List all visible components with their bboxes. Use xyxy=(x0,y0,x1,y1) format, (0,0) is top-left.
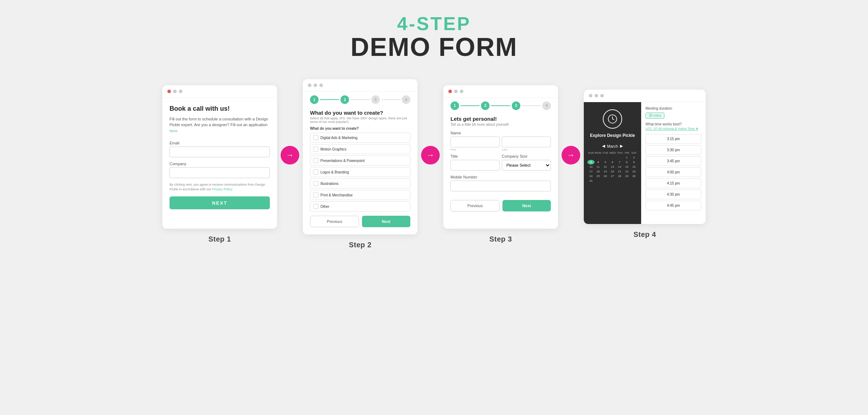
s3-prog2: 2 xyxy=(481,101,490,110)
duration-badge: 30 mins xyxy=(645,113,664,119)
s3-line2 xyxy=(491,105,510,106)
title-line2: DEMO FORM xyxy=(350,33,518,61)
first-name-input[interactable] xyxy=(450,137,500,147)
arrow1[interactable]: → xyxy=(281,146,299,164)
step2-btn-row: Previous Next xyxy=(310,216,410,227)
name-label: Name xyxy=(450,131,551,135)
prog-line3 xyxy=(381,99,400,100)
step1-topbar xyxy=(162,85,277,98)
prog-step1: 1 xyxy=(310,95,319,104)
step2-sub: Select all that apply. (PS. We have 100+… xyxy=(310,116,410,124)
s3-prog3: 3 xyxy=(512,101,520,110)
company-size-label: Company Size xyxy=(502,154,551,158)
arrow3[interactable]: → xyxy=(562,146,580,164)
step1-wrapper: Book a call with us! Fill out the form t… xyxy=(162,85,277,243)
page-header: 4-STEP DEMO FORM xyxy=(350,14,518,61)
s3-line3 xyxy=(522,105,541,106)
dot-gray1 xyxy=(173,90,177,93)
s3-line1 xyxy=(461,105,480,106)
time-slots-list: 3:15 pm3:30 pm3:45 pm4:00 pm4:15 pm4:30 … xyxy=(645,134,701,210)
last-name-input[interactable] xyxy=(502,137,551,147)
step2-progress: 1 2 3 4 xyxy=(303,92,418,104)
step2-card: 1 2 3 4 What do you want to create? Sele… xyxy=(303,79,418,234)
step4-wrapper: Explore Design Pickle ◀ March ▶ SUNMONTU… xyxy=(584,90,706,239)
time-slot-item[interactable]: 3:45 pm xyxy=(645,156,701,166)
option-motion[interactable]: Motion Graphics xyxy=(310,144,410,154)
privacy-link[interactable]: Privacy Policy. xyxy=(212,187,233,191)
privacy-note: By clicking next, you agree to receive c… xyxy=(170,182,270,191)
prog-step2: 2 xyxy=(340,95,349,104)
prog-step4: 4 xyxy=(402,95,410,104)
time-works-label: What time works best? xyxy=(645,122,701,126)
option-logos[interactable]: Logos & Branding xyxy=(310,167,410,177)
time-slot-item[interactable]: 4:45 pm xyxy=(645,201,701,210)
step3-prev-button[interactable]: Previous xyxy=(450,200,500,211)
time-slot-item[interactable]: 3:15 pm xyxy=(645,134,701,144)
option-presentations[interactable]: Presentations & Powerpoint xyxy=(310,156,410,166)
step3-card: 1 2 3 4 Lets get personal! Tell us a lit… xyxy=(443,85,558,229)
option-illustrations[interactable]: Illustrations xyxy=(310,178,410,189)
last-sublabel: Last xyxy=(502,148,551,151)
timezone-link[interactable]: UTC -07:00 Arizona & Yukon Time ▼ xyxy=(645,127,701,130)
step2-topbar xyxy=(303,79,418,92)
option-print[interactable]: Print & Merchandise xyxy=(310,190,410,200)
step3-wrapper: 1 2 3 4 Lets get personal! Tell us a lit… xyxy=(443,85,558,243)
mobile-label: Mobile Number xyxy=(450,175,551,179)
step4-topbar xyxy=(584,90,706,102)
time-slot-item[interactable]: 4:30 pm xyxy=(645,190,701,199)
mini-calendar: SUNMONTUEWEDTHUFRISAT1234567891011121314… xyxy=(587,151,638,183)
mobile-input[interactable] xyxy=(450,181,551,191)
here-link[interactable]: here. xyxy=(170,129,178,133)
step4-brand: Explore Design Pickle xyxy=(590,133,635,138)
s4-dot2 xyxy=(595,94,598,97)
step1-title: Book a call with us! xyxy=(170,105,270,113)
step2-title: What do you want to create? xyxy=(310,110,410,116)
name-row: First Last xyxy=(450,137,551,151)
time-slot-item[interactable]: 3:30 pm xyxy=(645,145,701,155)
dot-gray2 xyxy=(179,90,182,93)
step3-content: Lets get personal! Tell us a little bit … xyxy=(443,114,558,219)
last-col: Last xyxy=(502,137,551,151)
company-size-select[interactable]: Please Select xyxy=(502,160,551,171)
arrow2[interactable]: → xyxy=(421,146,440,164)
s4-dot1 xyxy=(589,94,592,97)
step2-options: Digital Ads & Marketing Motion Graphics … xyxy=(310,133,410,211)
step3-label: Step 3 xyxy=(489,235,512,243)
s3-prog4: 4 xyxy=(542,101,551,110)
dot-r xyxy=(448,90,452,93)
calendar-icon xyxy=(603,109,622,129)
first-sublabel: First xyxy=(450,148,500,151)
dot-g3 xyxy=(319,84,323,87)
first-col: First xyxy=(450,137,500,151)
option-digital[interactable]: Digital Ads & Marketing xyxy=(310,133,410,143)
title-line1: 4-STEP xyxy=(350,14,518,33)
step2-label: Step 2 xyxy=(349,241,371,249)
email-label: Email xyxy=(170,141,270,145)
prog-step3: 3 xyxy=(371,95,380,104)
prog-line2 xyxy=(350,99,369,100)
dot-g2 xyxy=(314,84,317,87)
step1-content: Book a call with us! Fill out the form t… xyxy=(162,98,277,217)
step4-card: Explore Design Pickle ◀ March ▶ SUNMONTU… xyxy=(584,90,706,224)
step4-label: Step 4 xyxy=(633,230,656,239)
step1-next-button[interactable]: NEXT xyxy=(170,196,270,209)
step2-next-button[interactable]: Next xyxy=(362,216,410,227)
step4-left-panel: Explore Design Pickle ◀ March ▶ SUNMONTU… xyxy=(584,102,641,224)
step3-btn-row: Previous Next xyxy=(450,200,551,211)
title-input[interactable] xyxy=(450,160,500,171)
step1-card: Book a call with us! Fill out the form t… xyxy=(162,85,277,229)
time-slot-item[interactable]: 4:00 pm xyxy=(645,167,701,177)
company-input[interactable] xyxy=(170,167,270,178)
s3-prog1: 1 xyxy=(450,101,459,110)
email-input[interactable] xyxy=(170,147,270,157)
time-slot-item[interactable]: 4:15 pm xyxy=(645,178,701,188)
dot-g4 xyxy=(454,90,458,93)
step1-desc: Fill out the form to schedule a consulta… xyxy=(170,116,270,134)
step2-prev-button[interactable]: Previous xyxy=(310,216,359,227)
meeting-dur-label: Meeting duration xyxy=(645,106,701,110)
option-other[interactable]: Other xyxy=(310,201,410,211)
step3-next-button[interactable]: Next xyxy=(502,200,551,211)
step3-topbar xyxy=(443,85,558,98)
title-label: Title xyxy=(450,154,500,158)
company-label: Company xyxy=(170,162,270,166)
